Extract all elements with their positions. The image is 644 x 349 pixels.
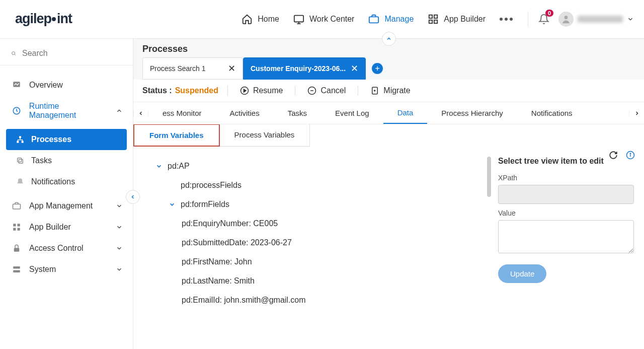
divider xyxy=(295,86,295,96)
tabs-next-button[interactable] xyxy=(629,110,644,116)
tree-leaf[interactable]: pd:EmailId: john.smith@gmail.com xyxy=(145,291,481,310)
svg-point-9 xyxy=(12,52,15,55)
info-button[interactable] xyxy=(626,151,635,160)
refresh-icon xyxy=(609,151,618,160)
avatar-icon xyxy=(558,12,574,27)
value-label: Value xyxy=(498,209,634,217)
sidebar-item-app-management[interactable]: App Management xyxy=(0,195,133,217)
action-label: Resume xyxy=(253,86,283,95)
migrate-icon xyxy=(370,86,379,95)
plus-icon: + xyxy=(375,64,379,73)
tree-leaf[interactable]: pd:EnquiryNumber: CE005 xyxy=(145,214,481,233)
chevron-down-icon xyxy=(116,266,123,273)
play-circle-icon xyxy=(240,86,249,95)
tab-label: Process Search 1 xyxy=(150,64,206,73)
tree-label: pd:EmailId: john.smith@gmail.com xyxy=(182,296,306,305)
refresh-button[interactable] xyxy=(609,151,618,160)
tree-node-root[interactable]: pd:AP xyxy=(145,157,481,176)
tree-node-processfields[interactable]: pd:processFields xyxy=(145,176,481,195)
add-tab-button[interactable]: + xyxy=(372,63,383,74)
chevron-down-icon xyxy=(116,245,123,252)
chevron-down-icon xyxy=(155,163,163,170)
sidebar-item-label: Runtime Management xyxy=(29,102,108,120)
nav-work-center[interactable]: Work Center xyxy=(293,14,355,25)
svg-rect-25 xyxy=(13,228,16,231)
sidebar-item-tasks[interactable]: Tasks xyxy=(6,150,127,171)
sidebar-item-processes[interactable]: Processes xyxy=(6,129,127,150)
nav-manage[interactable]: Manage xyxy=(368,14,414,25)
tab-tasks[interactable]: Tasks xyxy=(274,103,321,123)
svg-line-10 xyxy=(15,54,16,55)
tab-notifications[interactable]: Notifications xyxy=(517,103,587,123)
tree-leaf[interactable]: pd:LastName: Smith xyxy=(145,271,481,291)
sidebar-item-overview[interactable]: Overview xyxy=(0,75,133,96)
content-area: pd:AP pd:processFields pd:formFields pd:… xyxy=(133,147,644,349)
status-label: Status : xyxy=(142,86,172,95)
svg-rect-29 xyxy=(13,270,20,273)
tab-customer-enquiry[interactable]: Customer Enquiry-2023-06... ✕ xyxy=(243,57,366,80)
divider xyxy=(358,86,358,96)
clock-icon xyxy=(12,106,21,115)
sidebar-item-system[interactable]: System xyxy=(0,259,133,280)
status-value: Suspended xyxy=(175,86,218,95)
process-tabs: Process Search 1 ✕ Customer Enquiry-2023… xyxy=(142,57,635,80)
update-button[interactable]: Update xyxy=(498,264,546,283)
sidebar-collapse-button[interactable] xyxy=(126,190,140,204)
sidebar-search[interactable] xyxy=(0,45,133,65)
tab-label: Customer Enquiry-2023-06... xyxy=(251,64,346,73)
grid-icon xyxy=(12,223,21,232)
xpath-input[interactable] xyxy=(498,185,634,204)
nav-home[interactable]: Home xyxy=(242,14,279,25)
tab-process-hierarchy[interactable]: Process Hierarchy xyxy=(427,103,517,123)
tabs-prev-button[interactable] xyxy=(133,110,148,116)
chevron-up-icon xyxy=(116,107,123,114)
close-icon[interactable]: ✕ xyxy=(351,63,358,74)
nav-more[interactable] xyxy=(500,18,513,21)
subtab-process-variables[interactable]: Process Variables xyxy=(219,124,310,146)
sidebar-item-label: System xyxy=(29,265,56,274)
sidebar-item-notifications[interactable]: Notifications xyxy=(6,171,127,192)
bell-icon xyxy=(16,178,24,186)
nav-work-center-label: Work Center xyxy=(309,15,355,24)
briefcase-icon xyxy=(12,201,21,211)
sidebar-item-runtime[interactable]: Runtime Management xyxy=(0,96,133,126)
svg-rect-7 xyxy=(434,20,437,23)
tab-event-log[interactable]: Event Log xyxy=(321,103,383,123)
tree-leaf[interactable]: pd:SubmittedDate: 2023-06-27 xyxy=(145,233,481,252)
sidebar-item-app-builder[interactable]: App Builder xyxy=(0,217,133,238)
tree-leaf[interactable]: pd:FirstName: John xyxy=(145,252,481,271)
tab-data[interactable]: Data xyxy=(383,102,428,124)
sidebar: Overview Runtime Management Processes Ta… xyxy=(0,39,133,349)
close-icon[interactable]: ✕ xyxy=(228,63,235,74)
tree-label: pd:processFields xyxy=(181,181,242,190)
value-textarea[interactable] xyxy=(498,220,634,253)
notification-count-badge: 0 xyxy=(545,10,553,17)
tab-process-search[interactable]: Process Search 1 ✕ xyxy=(142,57,243,80)
info-icon xyxy=(626,151,635,160)
cancel-button[interactable]: Cancel xyxy=(304,86,349,95)
svg-marker-31 xyxy=(244,89,246,92)
collapse-up-button[interactable] xyxy=(382,32,396,46)
variable-sub-tabs: Form Variables Process Variables xyxy=(133,124,310,147)
panel-tools xyxy=(609,151,635,160)
tab-activities[interactable]: Activities xyxy=(216,103,274,123)
migrate-button[interactable]: Migrate xyxy=(367,86,413,95)
tree-node-formfields[interactable]: pd:formFields xyxy=(145,195,481,214)
nav-app-builder[interactable]: App Builder xyxy=(428,14,486,25)
search-input[interactable] xyxy=(22,49,123,58)
resume-button[interactable]: Resume xyxy=(237,86,286,95)
tree-label: pd:EnquiryNumber: CE005 xyxy=(182,219,278,228)
sub-tabs-row: Form Variables Process Variables xyxy=(133,124,644,147)
search-icon xyxy=(11,49,16,58)
subtab-form-variables[interactable]: Form Variables xyxy=(133,124,220,147)
notifications-button[interactable]: 0 xyxy=(538,14,549,25)
svg-rect-5 xyxy=(434,15,437,18)
sidebar-item-access-control[interactable]: Access Control xyxy=(0,238,133,259)
user-menu[interactable] xyxy=(558,12,634,27)
tab-process-monitor[interactable]: ess Monitor xyxy=(148,103,216,123)
header-right: 0 xyxy=(528,12,634,27)
logo: agilepint xyxy=(15,11,72,27)
svg-rect-23 xyxy=(13,224,16,226)
svg-rect-3 xyxy=(369,17,378,23)
scrollbar[interactable] xyxy=(487,157,491,197)
